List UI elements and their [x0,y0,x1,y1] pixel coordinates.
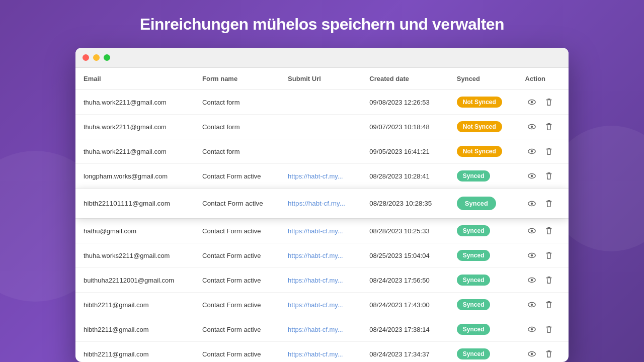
submit-url-link[interactable]: https://habt-cf.my... [288,227,343,235]
cell-form-name: Contact Form active [194,342,280,363]
window-maximize-dot[interactable] [104,54,110,61]
cell-submit-url: https://habt-cf.my... [280,317,361,342]
eye-icon [527,251,536,260]
submit-url-link[interactable]: https://habt-cf.my... [288,172,343,180]
view-button[interactable] [525,121,538,132]
actions-group [525,225,560,236]
cell-synced: Synced [449,219,517,243]
cell-created-date: 08/28/2023 10:25:33 [361,219,448,243]
view-button[interactable] [525,348,538,359]
svg-point-7 [530,175,533,177]
view-button[interactable] [525,225,538,236]
delete-button[interactable] [542,250,555,261]
cell-action [517,115,569,139]
cell-form-name: Contact form [194,90,280,115]
submit-url-link[interactable]: https://habt-cf.my... [288,350,343,358]
view-button[interactable] [525,299,538,310]
cell-email: thuha.works2211@gmail.com [75,243,194,268]
cell-email: hathu@gmail.com [75,219,194,243]
cell-created-date: 08/24/2023 17:34:37 [361,342,448,363]
trash-icon [544,276,553,285]
page-title: Einreichungen mühelos speichern und verw… [140,15,504,34]
trash-icon [544,147,553,156]
synced-badge: Synced [457,299,491,310]
trash-icon [544,98,553,107]
submit-url-link[interactable]: https://habt-cf.my... [288,252,343,259]
submit-url-link[interactable]: https://habt-cf.my... [288,200,345,207]
cell-synced: Not Synced [449,139,517,164]
cell-submit-url [280,115,361,139]
submit-url-link[interactable]: https://habt-cf.my... [288,277,343,284]
table-header-row: Email Form name Submit Url Created date … [75,68,569,90]
cell-email: thuha.work2211@gmail.com [75,90,194,115]
delete-button[interactable] [542,299,555,310]
view-button[interactable] [525,324,538,335]
cell-created-date: 08/24/2023 17:56:50 [361,268,448,293]
delete-button[interactable] [542,324,555,335]
eye-icon [527,171,536,180]
table-row: thuha.work2211@gmail.com Contact form 09… [75,90,569,115]
view-button[interactable] [525,170,538,182]
svg-point-11 [530,230,533,232]
window-minimize-dot[interactable] [93,54,100,61]
cell-action [517,342,569,363]
synced-badge: Synced [457,250,491,261]
delete-button[interactable] [542,170,555,182]
cell-synced: Synced [449,164,517,189]
svg-point-1 [530,101,533,104]
cell-synced: Synced [449,293,517,317]
table-row: thuha.work2211@gmail.com Contact form 09… [75,115,569,139]
synced-badge: Not Synced [457,146,502,157]
window-close-dot[interactable] [83,54,89,61]
cell-email: buithuha22112001@gmail.com [75,268,194,293]
cell-synced: Synced [449,342,517,363]
actions-group [525,299,560,310]
svg-point-21 [530,353,533,355]
synced-badge: Not Synced [457,97,502,108]
col-email: Email [75,68,194,90]
cell-synced: Synced [449,189,517,219]
cell-email: thuha.work2211@gmail.com [75,139,194,164]
actions-group [525,97,560,108]
trash-icon [544,226,553,235]
delete-button[interactable] [542,348,555,359]
cell-submit-url [280,139,361,164]
delete-button[interactable] [542,198,555,209]
delete-button[interactable] [542,146,555,157]
actions-group [525,348,560,359]
cell-action [517,243,569,268]
eye-icon [527,226,536,235]
delete-button[interactable] [542,121,555,132]
delete-button[interactable] [542,275,555,286]
trash-icon [544,171,553,180]
delete-button[interactable] [542,97,555,108]
submit-url-link[interactable]: https://habt-cf.my... [288,301,343,309]
svg-point-3 [530,126,533,128]
cell-form-name: Contact form [194,139,280,164]
view-button[interactable] [525,250,538,261]
view-button[interactable] [525,146,538,157]
actions-group [525,146,560,157]
synced-badge: Synced [457,170,491,182]
submissions-table: Email Form name Submit Url Created date … [75,68,569,362]
cell-submit-url: https://habt-cf.my... [280,293,361,317]
eye-icon [527,122,536,131]
table-container: Email Form name Submit Url Created date … [75,68,569,362]
cell-form-name: Contact Form active [194,189,280,219]
cell-form-name: Contact Form active [194,219,280,243]
view-button[interactable] [525,275,538,286]
cell-synced: Synced [449,243,517,268]
svg-point-13 [530,254,533,257]
cell-submit-url: https://habt-cf.my... [280,342,361,363]
view-button[interactable] [525,198,538,209]
svg-point-19 [530,328,533,331]
submit-url-link[interactable]: https://habt-cf.my... [288,326,343,333]
delete-button[interactable] [542,225,555,236]
view-button[interactable] [525,97,538,108]
table-row: thuha.works2211@gmail.com Contact Form a… [75,243,569,268]
cell-form-name: Contact Form active [194,164,280,189]
cell-synced: Synced [449,268,517,293]
trash-icon [544,122,553,131]
col-action: Action [517,68,569,90]
cell-action [517,90,569,115]
